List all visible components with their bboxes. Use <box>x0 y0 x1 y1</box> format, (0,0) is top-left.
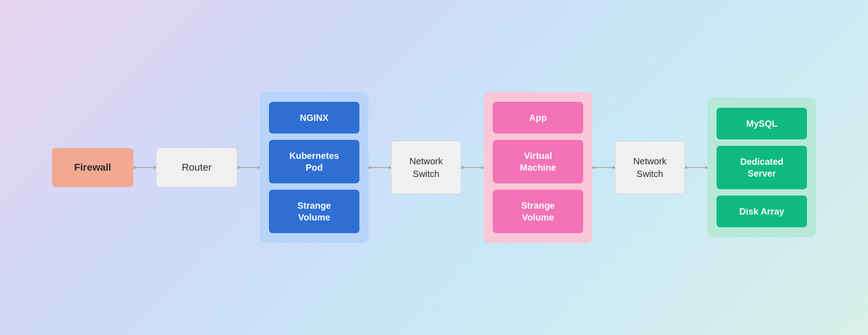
network-switch-2-label: NetworkSwitch <box>633 156 666 179</box>
strange-volume-blue-node: StrangeVolume <box>269 190 359 233</box>
strange-volume-pink-label: StrangeVolume <box>521 201 555 222</box>
strange-volume-pink-node: StrangeVolume <box>493 190 583 233</box>
virtual-machine-label: VirtualMachine <box>520 151 556 172</box>
connector-blue-switch1 <box>368 167 391 168</box>
network-switch-2-node: NetworkSwitch <box>615 141 685 194</box>
disk-array-node: Disk Array <box>717 196 807 227</box>
connector-router-blue <box>237 167 260 168</box>
teal-group: MySQL DedicatedServer Disk Array <box>708 98 816 237</box>
app-label: App <box>529 113 547 123</box>
virtual-machine-node: VirtualMachine <box>493 140 583 183</box>
mysql-label: MySQL <box>746 119 778 129</box>
mysql-node: MySQL <box>717 108 807 139</box>
nginx-label: NGINX <box>300 113 328 123</box>
connector-pink-switch2 <box>592 167 615 168</box>
blue-group: NGINX KubernetesPod StrangeVolume <box>260 92 368 243</box>
strange-volume-blue-label: StrangeVolume <box>297 201 331 222</box>
network-switch-1-node: NetworkSwitch <box>391 141 461 194</box>
connector-firewall-router <box>133 167 156 168</box>
kubernetes-pod-node: KubernetesPod <box>269 140 359 183</box>
pink-group: App VirtualMachine StrangeVolume <box>484 92 592 243</box>
firewall-label: Firewall <box>74 162 111 173</box>
app-node: App <box>493 102 583 134</box>
connector-switch1-pink <box>461 167 484 168</box>
network-diagram: Firewall Router NGINX KubernetesPod Stra… <box>52 92 816 243</box>
nginx-node: NGINX <box>269 102 359 134</box>
router-node: Router <box>156 148 237 187</box>
dedicated-server-node: DedicatedServer <box>717 146 807 189</box>
router-label: Router <box>182 162 212 173</box>
disk-array-label: Disk Array <box>739 206 784 216</box>
network-switch-1-label: NetworkSwitch <box>410 156 443 179</box>
kubernetes-pod-label: KubernetesPod <box>289 151 339 172</box>
connector-switch2-teal <box>685 167 708 168</box>
firewall-node: Firewall <box>52 148 133 187</box>
dedicated-server-label: DedicatedServer <box>740 157 783 178</box>
